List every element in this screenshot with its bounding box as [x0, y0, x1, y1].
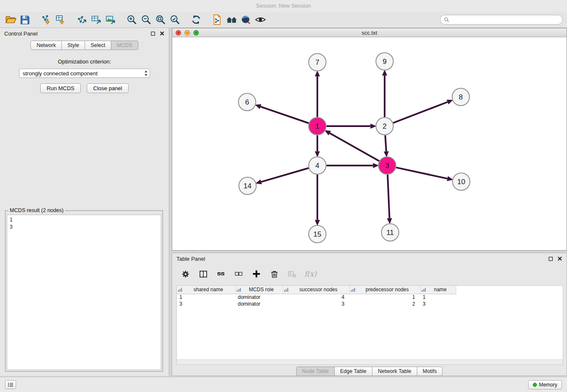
search-box[interactable]	[440, 15, 563, 25]
zoom-in-button[interactable]	[124, 13, 139, 27]
graph-node[interactable]: 4	[309, 157, 326, 174]
save-session-button[interactable]	[18, 13, 32, 27]
control-panel: Control Panel Network Style Select MCDS …	[0, 28, 169, 376]
column-header-shared-name[interactable]: shared name	[177, 286, 235, 294]
style-apply-button[interactable]	[239, 13, 253, 27]
tab-mcds[interactable]: MCDS	[111, 41, 138, 50]
column-header-successor-nodes[interactable]: successor nodes	[283, 286, 350, 294]
tab-motifs[interactable]: Motifs	[417, 367, 443, 376]
memory-status-icon	[533, 383, 537, 387]
node-table-area[interactable]: shared name MCDS role successor nodes	[176, 285, 563, 365]
delete-column-button[interactable]	[269, 268, 280, 279]
table-panel: Table Panel	[172, 253, 567, 376]
select-all-columns-button[interactable]	[215, 268, 226, 279]
graph-edge[interactable]	[393, 102, 448, 123]
refresh-view-button[interactable]	[189, 13, 203, 27]
sort-icon	[178, 287, 182, 292]
float-panel-button[interactable]	[151, 31, 155, 36]
criterion-select[interactable]: strongly connected component	[19, 69, 150, 78]
tab-style[interactable]: Style	[61, 41, 85, 50]
graph-node[interactable]: 14	[239, 177, 256, 195]
graph-node[interactable]: 9	[376, 53, 394, 70]
graph-node[interactable]: 8	[452, 88, 470, 106]
graph-node[interactable]: 3	[379, 157, 396, 174]
table-row[interactable]: 3dominator323	[177, 301, 456, 307]
create-column-button[interactable]	[251, 268, 262, 279]
graph-node-label: 6	[245, 98, 249, 106]
import-network-button[interactable]	[39, 13, 53, 27]
memory-button[interactable]: Memory	[528, 380, 562, 389]
table-tabs: Node Table Edge Table Network Table Moti…	[172, 367, 567, 376]
application-window: Session: New Session	[0, 0, 567, 392]
minimize-window-icon[interactable]	[184, 30, 190, 36]
tab-edge-table[interactable]: Edge Table	[334, 367, 372, 376]
graph-edge[interactable]	[385, 135, 386, 152]
function-builder-button[interactable]: f(x)	[304, 268, 317, 279]
export-image-button[interactable]	[103, 13, 118, 27]
deselect-all-columns-button[interactable]	[233, 268, 244, 279]
table-row[interactable]: 1dominator411	[177, 294, 456, 301]
graph-node[interactable]: 7	[309, 54, 326, 71]
mcds-result-title: MCDS result (2 nodes)	[8, 207, 65, 213]
graph-node[interactable]: 10	[453, 173, 470, 190]
horizontal-scrollbar[interactable]	[177, 359, 563, 364]
export-table-icon	[91, 14, 102, 25]
close-table-panel-button[interactable]	[557, 256, 562, 261]
show-columns-button[interactable]	[198, 268, 209, 279]
graph-node-label: 1	[315, 122, 319, 130]
zoom-selected-button[interactable]	[168, 13, 182, 27]
refresh-icon	[190, 14, 202, 25]
delete-table-button[interactable]	[286, 268, 297, 279]
select-arrows-icon	[144, 70, 148, 77]
document-share-button[interactable]	[210, 13, 224, 27]
graph-node-label: 10	[457, 178, 465, 186]
table-settings-button[interactable]	[180, 268, 191, 279]
graph-node[interactable]: 11	[382, 224, 399, 241]
column-header-mcds-role[interactable]: MCDS role	[235, 286, 283, 294]
network-window-titlebar[interactable]: scc.txt	[172, 28, 567, 37]
export-network-button[interactable]	[74, 13, 89, 27]
float-table-panel-button[interactable]	[548, 257, 553, 261]
network-graph[interactable]: 7968124314101511	[172, 37, 567, 250]
graph-edge[interactable]	[388, 175, 390, 218]
column-header-predecessor-nodes[interactable]: predecessor nodes	[350, 286, 420, 294]
close-window-icon[interactable]	[176, 30, 181, 36]
graph-node[interactable]: 6	[239, 94, 256, 111]
tab-network[interactable]: Network	[30, 41, 62, 50]
open-folder-icon	[5, 14, 17, 25]
zoom-out-button[interactable]	[139, 13, 153, 27]
zoom-window-icon[interactable]	[193, 30, 199, 36]
graph-edge[interactable]	[261, 107, 309, 123]
import-table-button[interactable]	[53, 13, 68, 27]
run-mcds-button[interactable]: Run MCDS	[40, 83, 81, 93]
open-session-button[interactable]	[3, 13, 18, 27]
graph-node-label: 8	[459, 93, 462, 101]
tab-select[interactable]: Select	[85, 41, 111, 50]
close-panel-action-button[interactable]: Close panel	[87, 83, 129, 93]
graph-edge[interactable]	[330, 133, 379, 161]
graph-edge[interactable]	[261, 168, 308, 182]
close-panel-button[interactable]	[160, 31, 165, 36]
network-canvas[interactable]: 7968124314101511	[172, 37, 567, 250]
export-table-button[interactable]	[89, 13, 103, 27]
task-history-button[interactable]	[5, 380, 16, 389]
show-hide-button[interactable]	[253, 13, 267, 27]
search-input[interactable]	[451, 17, 559, 23]
table-cell: dominator	[235, 301, 283, 307]
export-image-icon	[105, 14, 116, 25]
graph-node[interactable]: 15	[309, 226, 326, 243]
home-button[interactable]	[224, 13, 239, 27]
graph-node[interactable]: 2	[376, 118, 394, 135]
zoom-fit-icon	[155, 14, 166, 25]
tab-network-table[interactable]: Network Table	[372, 367, 417, 376]
deselect-all-icon	[234, 270, 243, 278]
tab-node-table[interactable]: Node Table	[296, 367, 335, 376]
graph-node-label: 14	[244, 182, 252, 190]
window-titlebar[interactable]: Session: New Session	[0, 0, 567, 12]
graph-node[interactable]: 1	[309, 118, 326, 135]
graph-edge[interactable]	[396, 168, 447, 179]
column-header-name[interactable]: name	[420, 286, 456, 294]
search-icon	[444, 17, 449, 22]
mcds-result-text[interactable]: 1 3	[7, 215, 161, 370]
zoom-fit-button[interactable]	[153, 13, 168, 27]
